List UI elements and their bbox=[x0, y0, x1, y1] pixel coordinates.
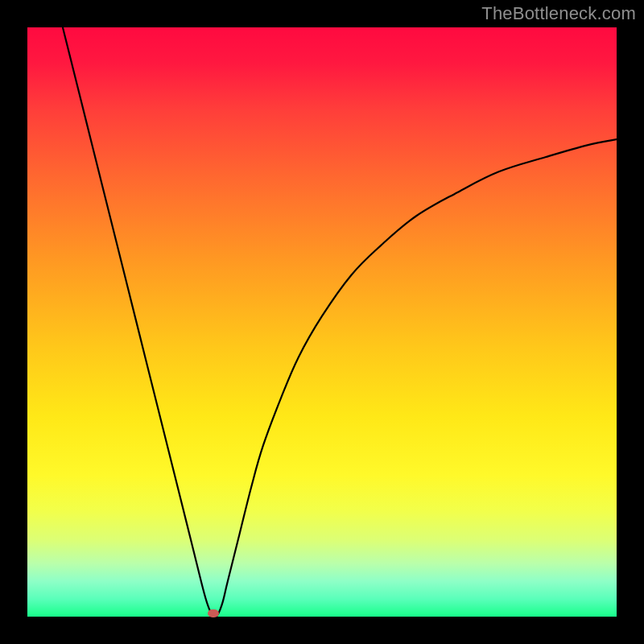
bottleneck-curve bbox=[27, 27, 617, 617]
watermark-text: TheBottleneck.com bbox=[481, 3, 636, 24]
plot-area bbox=[27, 27, 617, 617]
chart-frame: TheBottleneck.com bbox=[0, 0, 644, 644]
optimum-marker bbox=[208, 609, 219, 617]
